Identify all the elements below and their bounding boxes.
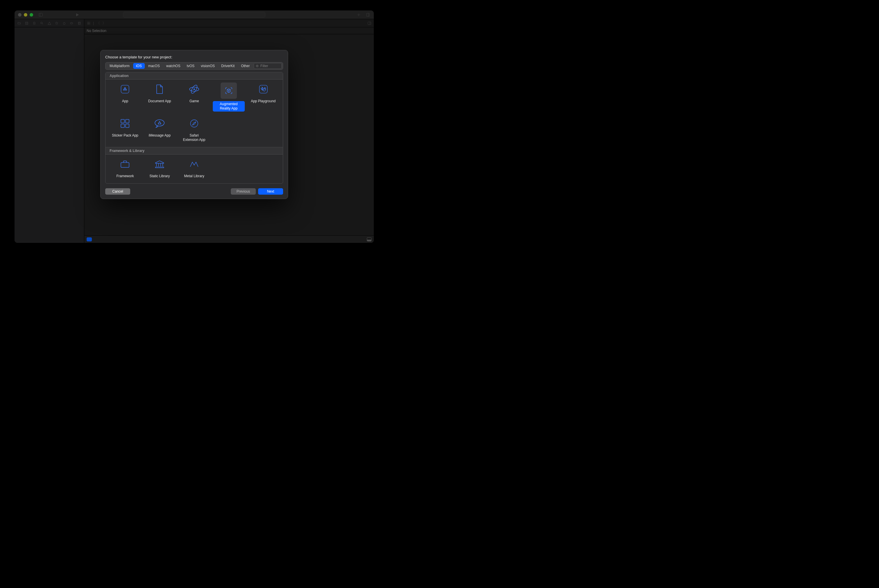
svg-point-22 <box>193 88 195 90</box>
svg-rect-26 <box>121 124 125 128</box>
template-chooser-dialog: Choose a template for your new project: … <box>100 50 288 199</box>
svg-rect-19 <box>121 85 129 93</box>
template-document-app[interactable]: Document App <box>143 82 177 111</box>
platform-tabbar: Multiplatform iOS macOS watchOS tvOS vis… <box>105 62 283 70</box>
template-label: App Playground <box>248 98 278 104</box>
svg-rect-24 <box>121 119 125 123</box>
game-icon <box>188 82 201 96</box>
section-framework-grid: Framework Static Library Metal Library <box>105 154 283 183</box>
section-framework-header: Framework & Library <box>105 147 283 154</box>
svg-point-28 <box>155 120 164 126</box>
template-app-playground[interactable]: App Playground <box>246 82 281 111</box>
template-static-library[interactable]: Static Library <box>143 158 177 179</box>
framework-icon <box>118 158 132 171</box>
template-label: App <box>119 98 131 104</box>
template-list: Application App Document App <box>105 72 283 184</box>
filter-input[interactable] <box>260 64 279 68</box>
cancel-button[interactable]: Cancel <box>105 188 130 195</box>
section-application-grid: App Document App Game <box>105 80 283 147</box>
svg-point-18 <box>256 65 258 67</box>
imessage-icon <box>153 117 166 130</box>
template-label: Metal Library <box>181 173 207 179</box>
tab-visionos[interactable]: visionOS <box>198 63 218 69</box>
template-sticker-pack-app[interactable]: Sticker Pack App <box>108 117 143 143</box>
template-safari-extension-app[interactable]: Safari Extension App <box>177 117 212 143</box>
tab-macos[interactable]: macOS <box>145 63 163 69</box>
section-application-header: Application <box>105 72 283 80</box>
svg-point-29 <box>190 120 198 127</box>
template-label: Document App <box>145 98 174 104</box>
metal-icon <box>188 158 201 171</box>
static-library-icon <box>153 158 166 171</box>
tab-driverkit[interactable]: DriverKit <box>218 63 237 69</box>
next-button[interactable]: Next <box>258 188 283 195</box>
sticker-icon <box>118 117 132 130</box>
template-game[interactable]: Game <box>177 82 212 111</box>
svg-rect-30 <box>121 162 129 167</box>
arkit-icon <box>221 82 237 99</box>
swift-playground-icon <box>257 82 270 96</box>
template-metal-library[interactable]: Metal Library <box>177 158 212 179</box>
tab-other[interactable]: Other <box>238 63 252 69</box>
previous-button[interactable]: Previous <box>231 188 256 195</box>
tab-tvos[interactable]: tvOS <box>184 63 197 69</box>
svg-rect-25 <box>126 119 129 123</box>
tab-watchos[interactable]: watchOS <box>163 63 183 69</box>
filter-icon <box>256 64 259 68</box>
template-imessage-app[interactable]: iMessage App <box>143 117 177 143</box>
svg-rect-27 <box>126 124 129 128</box>
dialog-footer: Cancel Previous Next <box>105 188 283 195</box>
template-augmented-reality-app[interactable]: Augmented Reality App <box>211 82 246 111</box>
filter-field[interactable] <box>254 63 282 69</box>
template-label: Framework <box>113 173 137 179</box>
xcode-window: | 〈 〉 No Selection Choose a template for… <box>15 10 374 243</box>
template-framework[interactable]: Framework <box>108 158 143 179</box>
template-chooser-overlay: Choose a template for your new project: … <box>15 10 374 243</box>
safari-icon <box>188 117 201 130</box>
template-app[interactable]: App <box>108 82 143 111</box>
template-label: Sticker Pack App <box>109 132 141 139</box>
app-icon <box>118 82 132 96</box>
document-icon <box>153 82 166 96</box>
tab-multiplatform[interactable]: Multiplatform <box>107 63 132 69</box>
template-label: iMessage App <box>146 132 174 139</box>
svg-rect-23 <box>259 85 267 93</box>
template-label: Augmented Reality App <box>213 101 245 111</box>
template-label: Static Library <box>146 173 173 179</box>
dialog-title: Choose a template for your new project: <box>105 55 283 59</box>
template-label: Game <box>186 98 202 104</box>
tab-ios[interactable]: iOS <box>133 63 145 69</box>
template-label: Safari Extension App <box>180 132 209 143</box>
